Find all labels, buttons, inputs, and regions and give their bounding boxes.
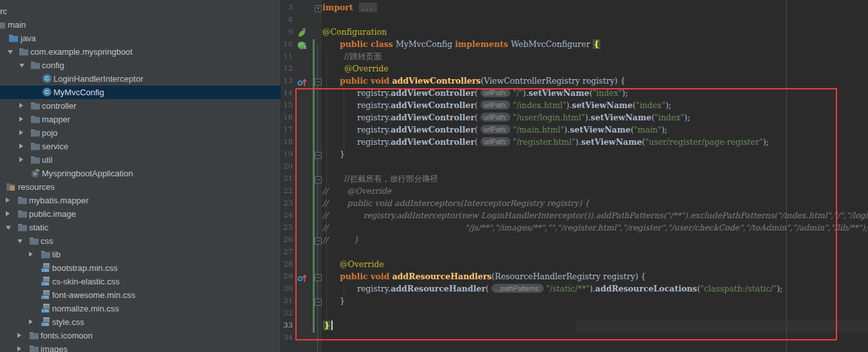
line-number-9[interactable]: 9 [280,27,293,39]
chevron-right-icon[interactable] [19,157,23,162]
collapsed-imports-placeholder[interactable]: ... [359,3,377,12]
code-line-21[interactable]: //拦截所有，放行部分路径 [344,174,438,186]
tree-item-resources[interactable]: resources [0,180,281,194]
code-line-3[interactable]: import ... [322,3,377,15]
code-line-26[interactable]: //} [322,235,358,247]
tree-item-css[interactable]: css [0,234,281,248]
chevron-down-icon[interactable] [8,50,13,54]
fold-marker-minus[interactable]: − [315,176,322,183]
code-line-31[interactable]: } [340,296,345,308]
chevron-right-icon[interactable] [29,252,33,257]
tree-item-java[interactable]: java [0,32,281,45]
code-line-24[interactable]: //registry.addInterceptor(new LoginHandl… [322,210,868,223]
tree-item-style-css[interactable]: CSSstyle.css [0,315,281,329]
tree-item-normalize-min-css[interactable]: CSSnormalize.min.css [0,302,281,315]
code-line-23[interactable]: //public void addInterceptors(Intercepto… [322,198,589,210]
tree-item-static[interactable]: static [0,221,281,234]
code-line-12[interactable]: @Override [344,64,389,76]
chevron-down-icon[interactable] [19,64,24,68]
tree-item-public-image[interactable]: public.image [0,207,281,221]
fold-marker-end[interactable]: − [315,237,322,245]
line-number-10[interactable]: 10 [280,39,293,51]
line-number-16[interactable]: 16 [280,113,293,125]
code-line-18[interactable]: registry.addViewController(urlPath:"/reg… [357,137,769,149]
tree-item-cs-skin-elastic-css[interactable]: CSScs-skin-elastic.css [0,275,281,288]
line-number-25[interactable]: 25 [280,223,293,235]
code-line-11[interactable]: //跳转页面 [344,51,382,64]
code-line-10[interactable]: public class MyMvcConfig implements WebM… [340,39,600,51]
code-line-14[interactable]: registry.addViewController(urlPath:"/").… [357,88,628,100]
line-number-17[interactable]: 17 [280,125,293,137]
line-number-26[interactable]: 26 [280,235,293,247]
line-number-18[interactable]: 18 [280,137,293,149]
tree-item-config[interactable]: config [0,59,281,72]
chevron-down-icon[interactable] [6,226,11,230]
line-number-3[interactable]: 3 [280,3,293,15]
tree-item-controller[interactable]: controller [0,99,281,113]
tree-item-fonts-icomoon[interactable]: fonts.icomoon [0,329,281,342]
chevron-right-icon[interactable] [19,130,23,135]
line-number-33[interactable]: 33 [280,320,293,333]
tree-item-rc[interactable]: rc [0,5,281,18]
line-number-8[interactable]: 8 [280,15,293,27]
chevron-right-icon[interactable] [29,319,33,324]
line-number-15[interactable]: 15 [280,100,293,113]
line-number-11[interactable]: 11 [280,51,293,64]
chevron-right-icon[interactable] [6,198,10,203]
tree-item-main[interactable]: main [0,18,281,32]
override-icon[interactable] [297,77,308,88]
tree-item-myspringbootapplication[interactable]: MyspringbootApplication [0,167,281,180]
chevron-right-icon[interactable] [19,144,23,149]
line-number-32[interactable]: 32 [280,308,293,320]
tree-item-mybatis-mapper[interactable]: mybatis.mapper [0,194,281,207]
tree-item-lib[interactable]: lib [0,248,281,261]
line-number-30[interactable]: 30 [280,284,293,296]
fold-marker-end[interactable]: − [315,299,322,306]
override-icon[interactable] [297,272,308,283]
fold-marker-minus[interactable]: − [315,79,322,86]
line-number-22[interactable]: 22 [280,186,293,198]
code-line-22[interactable]: //@Override [322,186,391,198]
tree-item-service[interactable]: service [0,140,281,153]
chevron-right-icon[interactable] [19,103,23,108]
line-number-31[interactable]: 31 [280,296,293,308]
fold-marker-minus[interactable]: − [315,274,322,281]
line-number-20[interactable]: 20 [280,162,293,174]
chevron-right-icon[interactable] [17,346,21,351]
chevron-down-icon[interactable] [17,239,23,243]
code-line-9[interactable]: @Configuration [322,27,387,39]
code-line-15[interactable]: registry.addViewController(urlPath:"/ind… [357,100,671,113]
line-number-19[interactable]: 19 [280,149,293,162]
line-number-12[interactable]: 12 [280,64,293,76]
code-line-25[interactable]: //"/js/**","/images/**","","/register.ht… [322,223,867,235]
chevron-right-icon[interactable] [6,211,10,216]
tree-item-loginhandlerinterceptor[interactable]: CLoginHandlerInterceptor [0,72,281,86]
line-number-23[interactable]: 23 [280,198,293,210]
tree-item-font-awesome-min-css[interactable]: CSSfont-awesome.min.css [0,288,281,302]
fold-marker-plus[interactable]: + [315,5,322,12]
chevron-right-icon[interactable] [17,333,21,338]
line-number-34[interactable]: 34 [280,333,293,345]
code-line-28[interactable]: @Override [340,259,384,272]
spring-bean-icon[interactable]: c [297,40,308,51]
code-line-19[interactable]: } [340,149,345,162]
code-line-16[interactable]: registry.addViewController(urlPath:"/use… [357,113,690,125]
line-number-28[interactable]: 28 [280,259,293,272]
tree-item-bootstrap-min-css[interactable]: CSSbootstrap.min.css [0,261,281,275]
chevron-right-icon[interactable] [19,116,23,122]
line-number-27[interactable]: 27 [280,247,293,259]
fold-marker-end[interactable]: − [315,152,322,159]
tree-item-util[interactable]: util [0,153,281,167]
code-line-33[interactable]: } [323,320,333,333]
code-line-17[interactable]: registry.addViewController(urlPath:"/mai… [357,125,667,137]
line-number-14[interactable]: 14 [280,88,293,100]
tree-item-pojo[interactable]: pojo [0,126,281,140]
tree-item-mymvcconfig[interactable]: CMyMvcConfig [0,86,281,99]
tree-item-mapper[interactable]: mapper [0,113,281,126]
line-number-21[interactable]: 21 [280,174,293,186]
code-line-29[interactable]: public void addResourceHandlers(Resource… [340,272,646,284]
line-number-29[interactable]: 29 [280,272,293,284]
spring-config-icon[interactable] [297,28,308,39]
line-number-24[interactable]: 24 [280,210,293,223]
tree-item-images[interactable]: images [0,342,281,352]
